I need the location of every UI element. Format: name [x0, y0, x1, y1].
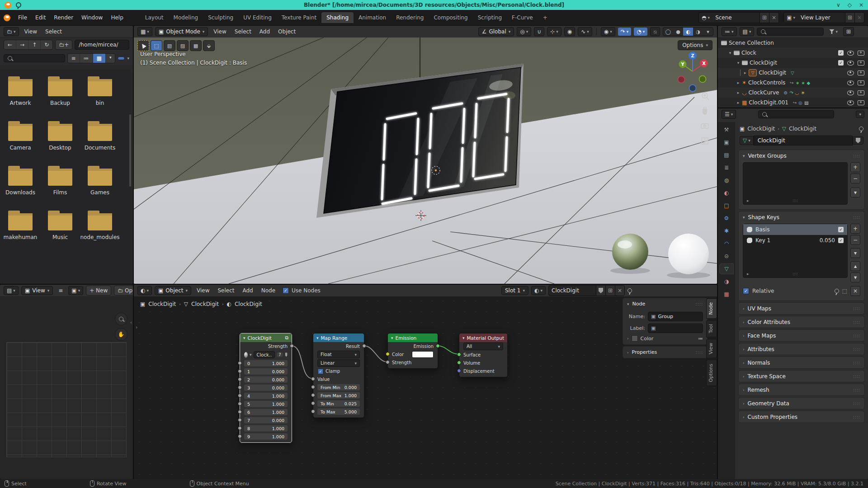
panel-normals[interactable]: ›Normals:::: [739, 357, 864, 368]
image-view-menu[interactable]: ▣ View▾ [21, 286, 53, 295]
drag-handle[interactable]: :::: [696, 302, 703, 306]
shape-key-value[interactable]: 0.050 [820, 237, 835, 244]
color-swatch[interactable] [412, 351, 434, 358]
menu-window[interactable]: Window [77, 13, 107, 23]
input-socket[interactable] [311, 409, 315, 413]
pivot-point-dropdown[interactable]: ◎▾ [517, 27, 531, 36]
input-socket[interactable] [238, 377, 242, 381]
node-name-input[interactable]: ▣Group [648, 312, 703, 321]
remove-view-layer-button[interactable]: × [854, 13, 864, 23]
drag-handle[interactable]: :::: [853, 347, 860, 352]
file-browser-menu-view[interactable]: View [22, 28, 40, 36]
vertex-group-specials-menu[interactable]: ▾ [850, 188, 860, 197]
input-socket[interactable] [238, 402, 242, 406]
new-scene-button[interactable]: ⊞ [760, 13, 769, 23]
tab-render[interactable]: ▣ [720, 137, 733, 147]
shape-key-mute-checkbox[interactable]: ✓ [838, 227, 844, 232]
xray-toggle[interactable]: ⧅ [650, 27, 660, 36]
input-socket[interactable] [457, 352, 461, 357]
new-view-layer-button[interactable]: ⊞ [845, 13, 854, 23]
breadcrumb-mesh[interactable]: ClockDigit [191, 301, 219, 307]
filter-dropdown[interactable]: ▾ [127, 56, 129, 61]
camera-icon[interactable] [858, 90, 864, 95]
interpolation-dropdown[interactable]: Linear▾ [317, 359, 360, 367]
tab-scene[interactable]: ◍ [720, 175, 733, 185]
titlebar[interactable]: Blender* [/home/mircea/Documents/3D reso… [0, 0, 868, 10]
expand-arrow[interactable]: ▾ [727, 51, 733, 55]
edit-mode-display-icon[interactable]: ⬚ [842, 288, 847, 294]
breadcrumb-data[interactable]: ClockDigit [789, 126, 816, 132]
expand-arrow[interactable]: ▸ [742, 70, 748, 75]
proportional-falloff-dropdown[interactable]: ∿▾ [578, 27, 592, 36]
outliner-row-scene-collection[interactable]: Scene Collection [718, 38, 868, 48]
input-socket[interactable] [311, 377, 315, 381]
relative-checkbox[interactable]: ✓ [743, 288, 749, 294]
node-color-checkbox[interactable] [632, 335, 638, 342]
outliner-filter-button[interactable]: ▾ [826, 28, 840, 35]
input-socket[interactable] [238, 385, 242, 389]
display-vertical-list-button[interactable]: ≡ [68, 54, 80, 63]
input-socket[interactable] [311, 401, 315, 405]
folder-item[interactable]: Games [80, 169, 120, 196]
viewport-menu-view[interactable]: View [211, 28, 229, 36]
folder-item[interactable]: Camera [0, 124, 40, 151]
material-slot-dropdown[interactable]: Slot 1▾ [501, 286, 528, 295]
path-field[interactable]: /home/mircea/ [75, 40, 129, 50]
drag-handle[interactable]: :::: [853, 374, 860, 379]
shading-dropdown[interactable]: ▾ [703, 28, 713, 36]
color-presets-icon[interactable]: ≔ [698, 336, 703, 342]
pin-id-icon[interactable] [859, 127, 863, 131]
menu-edit[interactable]: Edit [31, 13, 50, 23]
input-socket[interactable] [238, 369, 242, 373]
viewport-menu-select[interactable]: Select [232, 28, 254, 36]
n-tab-view[interactable]: View [706, 339, 717, 358]
overlays-toggle[interactable]: ◔▾ [634, 28, 647, 36]
select-circle-tool-button[interactable]: ▨ [177, 40, 189, 51]
panel-color-attributes[interactable]: ›Color Attributes:::: [739, 316, 864, 328]
eye-icon[interactable] [847, 90, 854, 95]
editor-type-shader-icon[interactable]: ◐▾ [137, 286, 152, 295]
node-header[interactable]: ▾ Emission [388, 333, 438, 342]
drag-handle[interactable]: :::: [853, 154, 860, 158]
panel-texture-space[interactable]: ›Texture Space:::: [739, 371, 864, 382]
unlink-scene-button[interactable]: × [769, 13, 778, 23]
select-box-tool-button[interactable]: ⬚ [151, 40, 162, 51]
region-collapse-arrow[interactable]: ‹ [130, 320, 132, 325]
new-image-button[interactable]: + New [86, 286, 111, 296]
shield-icon[interactable] [285, 352, 287, 357]
remove-vertex-group-button[interactable]: − [850, 174, 860, 183]
shape-key-mute-checkbox[interactable]: ✓ [838, 238, 844, 243]
maximize-button[interactable]: ◇ [848, 2, 852, 8]
drag-handle[interactable]: :::: [853, 401, 860, 406]
material-datablock-icon[interactable]: ◐▾ [531, 286, 546, 295]
panel-attributes[interactable]: ›Attributes:::: [739, 343, 864, 355]
outliner-row-clockdigit-mesh[interactable]: │ ▸ ▽ ClockDigit ▽ [718, 68, 868, 78]
create-directory-button[interactable]: 🗀+ [55, 40, 72, 50]
value-field[interactable]: 20.000 [244, 376, 288, 383]
expand-arrow[interactable]: ▸ [735, 80, 741, 85]
target-dropdown[interactable]: All▾ [463, 343, 503, 350]
folder-item[interactable]: Artwork [0, 79, 40, 106]
user-count-badge[interactable]: 7 [277, 352, 283, 357]
close-button[interactable]: × [859, 2, 863, 8]
value-field[interactable]: 01.000 [244, 360, 288, 366]
folder-item[interactable]: makehuman [0, 213, 40, 240]
editor-type-outliner-icon[interactable]: ≔▾ [722, 27, 737, 36]
eye-icon[interactable] [847, 70, 854, 75]
value-field[interactable]: 10.000 [244, 368, 288, 375]
output-socket[interactable] [290, 344, 294, 348]
view-layer-name[interactable]: View Layer [798, 13, 845, 23]
snap-target-dropdown[interactable]: ⊹▾ [547, 27, 561, 36]
vertex-groups-header[interactable]: ▾ Vertex Groups :::: [739, 150, 864, 161]
drag-handle[interactable]: :::: [853, 361, 860, 365]
editor-type-properties-icon[interactable]: ☰▾ [722, 110, 736, 119]
display-size-dropdown[interactable]: ▾ [106, 54, 115, 63]
breadcrumb-object[interactable]: ClockDigit [148, 301, 176, 307]
input-socket[interactable] [238, 426, 242, 430]
expand-arrow[interactable]: ▾ [735, 61, 741, 65]
input-socket[interactable] [457, 361, 461, 365]
options-dropdown[interactable]: Options▾ [678, 40, 712, 50]
camera-icon[interactable] [858, 61, 864, 66]
panel-remesh[interactable]: ›Remesh:::: [739, 384, 864, 395]
unlink-material-button[interactable]: × [615, 286, 624, 296]
